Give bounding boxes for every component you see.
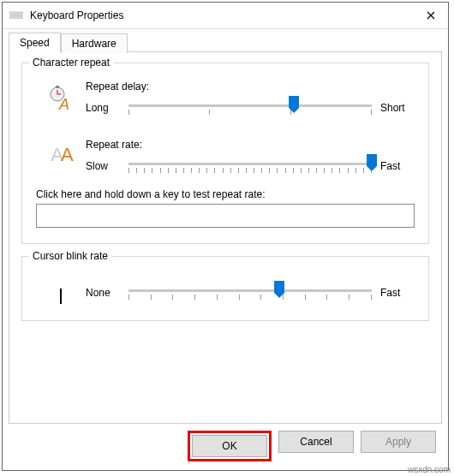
svg-text:A: A bbox=[58, 96, 69, 111]
apply-button[interactable]: Apply bbox=[361, 431, 436, 453]
repeat-delay-icon: A bbox=[36, 80, 86, 111]
close-icon bbox=[427, 11, 435, 20]
blink-max: Fast bbox=[380, 287, 415, 299]
repeat-delay-label: Repeat delay: bbox=[86, 80, 415, 92]
dialog-content: Speed Hardware Character repeat A bbox=[3, 29, 448, 424]
svg-rect-4 bbox=[56, 86, 59, 88]
watermark: wsxdn.com bbox=[408, 465, 451, 474]
close-button[interactable] bbox=[414, 3, 448, 28]
window-title: Keyboard Properties bbox=[30, 9, 414, 21]
titlebar: Keyboard Properties bbox=[3, 3, 448, 29]
repeat-rate-label: Repeat rate: bbox=[86, 139, 415, 151]
keyboard-icon bbox=[9, 10, 23, 21]
ok-highlight: OK bbox=[188, 431, 272, 461]
repeat-rate-min: Slow bbox=[86, 160, 120, 172]
row-repeat-delay: A Repeat delay: Long Short bbox=[36, 80, 415, 118]
group-title-repeat: Character repeat bbox=[29, 57, 113, 68]
group-cursor-blink: Cursor blink rate None bbox=[21, 256, 429, 321]
blink-min: None bbox=[86, 287, 120, 299]
ok-button[interactable]: OK bbox=[192, 435, 267, 457]
blink-rate-slider[interactable] bbox=[128, 283, 372, 303]
keyboard-properties-window: Keyboard Properties Speed Hardware Chara… bbox=[2, 2, 449, 471]
repeat-rate-max: Fast bbox=[380, 160, 415, 172]
repeat-delay-slider[interactable] bbox=[128, 98, 372, 118]
cancel-button[interactable]: Cancel bbox=[278, 431, 354, 453]
repeat-delay-max: Short bbox=[380, 102, 415, 114]
svg-rect-8 bbox=[60, 289, 62, 304]
tab-hardware[interactable]: Hardware bbox=[61, 33, 128, 53]
tab-speed[interactable]: Speed bbox=[9, 33, 61, 52]
row-repeat-rate: AA Repeat rate: Slow bbox=[36, 139, 415, 176]
tab-panel-speed: Character repeat A Repeat delay: bbox=[9, 51, 442, 424]
repeat-rate-icon: AA bbox=[36, 139, 86, 166]
group-title-blink: Cursor blink rate bbox=[29, 250, 111, 262]
test-label: Click here and hold down a key to test r… bbox=[36, 188, 415, 200]
blink-cursor-preview bbox=[36, 283, 86, 305]
repeat-rate-slider[interactable] bbox=[128, 156, 372, 176]
dialog-button-row: OK Cancel Apply bbox=[188, 431, 436, 461]
group-character-repeat: Character repeat A Repeat delay: bbox=[21, 62, 429, 244]
tab-strip: Speed Hardware bbox=[9, 32, 442, 51]
svg-rect-0 bbox=[9, 12, 23, 19]
repeat-delay-min: Long bbox=[86, 102, 120, 114]
test-repeat-input[interactable] bbox=[36, 204, 415, 228]
